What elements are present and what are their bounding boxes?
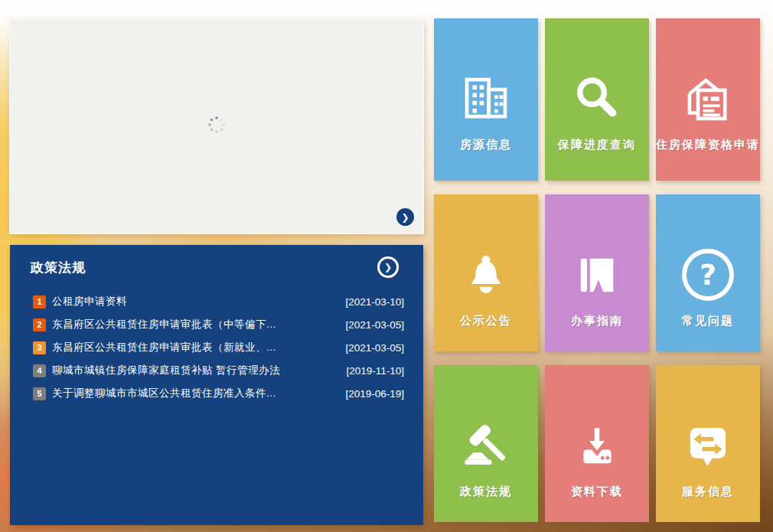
policy-more-button[interactable]: ❯ <box>377 256 399 278</box>
carousel-next-button[interactable]: ❯ <box>396 208 414 226</box>
tile-progress-query[interactable]: 保障进度查询 <box>545 18 649 181</box>
tile-label: 保障进度查询 <box>558 138 636 152</box>
gavel-icon <box>458 416 514 475</box>
policy-panel-header: 政策法规 ❯ <box>10 245 423 278</box>
list-item[interactable]: 4 聊城市城镇住房保障家庭租赁补贴 暂行管理办法 [2019-11-10] <box>10 359 423 382</box>
question-icon: ? <box>682 245 734 305</box>
tile-label: 政策法规 <box>460 485 512 499</box>
banner-carousel-panel: ❯ <box>10 19 423 233</box>
policy-list: 1 公租房申请资料 [2021-03-10] 2 东昌府区公共租赁住房申请审批表… <box>10 290 423 405</box>
list-item[interactable]: 5 关于调整聊城市市城区公共租赁住房准入条件... [2019-06-19] <box>10 382 423 405</box>
tile-service-info[interactable]: 服务信息 <box>656 365 760 522</box>
policy-item-date: [2021-03-05] <box>345 342 404 354</box>
tile-label: 公示公告 <box>460 314 512 328</box>
chevron-right-icon: ❯ <box>384 263 392 272</box>
tile-qualification-apply[interactable]: 住房保障资格申请 <box>656 18 760 181</box>
policy-item-link[interactable]: 聊城市城镇住房保障家庭租赁补贴 暂行管理办法 <box>52 364 340 377</box>
chevron-right-icon: ❯ <box>401 213 409 222</box>
message-swap-icon <box>680 416 736 475</box>
tile-label: 房源信息 <box>460 138 512 152</box>
tile-label: 常见问题 <box>682 314 734 328</box>
house-document-icon <box>680 69 736 129</box>
loading-spinner-icon <box>207 115 227 138</box>
tile-label: 住房保障资格申请 <box>656 138 760 152</box>
tile-downloads[interactable]: 资料下载 <box>545 365 649 522</box>
policy-item-date: [2021-03-05] <box>345 319 404 331</box>
policy-item-date: [2019-06-19] <box>345 388 404 400</box>
tile-faq[interactable]: ? 常见问题 <box>656 194 760 351</box>
tile-housing-info[interactable]: 房源信息 <box>434 18 538 181</box>
tile-label: 资料下载 <box>571 485 623 499</box>
policy-item-link[interactable]: 东昌府区公共租赁住房申请审批表（中等偏下... <box>52 318 339 331</box>
tile-service-guide[interactable]: 办事指南 <box>545 194 649 351</box>
service-tiles-grid: 房源信息 保障进度查询 住房保障资格申请 <box>434 18 760 522</box>
rank-badge: 5 <box>33 387 46 400</box>
tile-announcements[interactable]: 公示公告 <box>434 194 538 351</box>
search-icon <box>569 69 625 129</box>
policy-item-link[interactable]: 关于调整聊城市市城区公共租赁住房准入条件... <box>52 387 339 400</box>
list-item[interactable]: 1 公租房申请资料 [2021-03-10] <box>10 290 423 313</box>
tile-label: 办事指南 <box>571 314 623 328</box>
bell-icon <box>458 245 514 305</box>
rank-badge: 3 <box>33 341 46 354</box>
buildings-icon <box>458 69 514 129</box>
rank-badge: 1 <box>33 295 46 308</box>
tile-label: 服务信息 <box>682 485 734 499</box>
book-icon <box>569 245 625 305</box>
question-mark-glyph: ? <box>682 249 734 301</box>
policy-news-panel: 政策法规 ❯ 1 公租房申请资料 [2021-03-10] 2 东昌府区公共租赁… <box>10 245 423 525</box>
policy-item-link[interactable]: 公租房申请资料 <box>52 295 339 308</box>
rank-badge: 4 <box>33 364 46 377</box>
policy-item-link[interactable]: 东昌府区公共租赁住房申请审批表（新就业、... <box>52 341 339 354</box>
policy-panel-title: 政策法规 <box>31 259 86 276</box>
policy-item-date: [2021-03-10] <box>345 296 404 308</box>
rank-badge: 2 <box>33 318 46 331</box>
list-item[interactable]: 3 东昌府区公共租赁住房申请审批表（新就业、... [2021-03-05] <box>10 336 423 359</box>
tile-policies[interactable]: 政策法规 <box>434 365 538 522</box>
download-icon <box>569 416 625 475</box>
list-item[interactable]: 2 东昌府区公共租赁住房申请审批表（中等偏下... [2021-03-05] <box>10 313 423 336</box>
policy-item-date: [2019-11-10] <box>346 365 404 377</box>
